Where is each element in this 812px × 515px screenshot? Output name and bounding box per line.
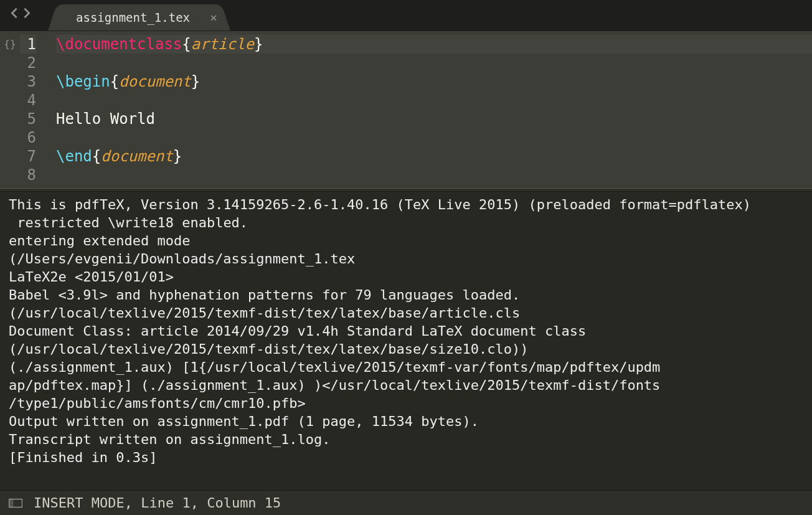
build-output-panel[interactable]: This is pdfTeX, Version 3.14159265-2.6-1… bbox=[0, 192, 812, 490]
code-area[interactable]: \documentclass{article} \begin{document}… bbox=[45, 31, 812, 188]
panel-switch-icon[interactable] bbox=[9, 498, 22, 508]
line-number: 8 bbox=[20, 166, 36, 184]
code-line[interactable]: \begin{document} bbox=[56, 72, 812, 91]
code-line[interactable] bbox=[56, 54, 812, 72]
line-number: 5 bbox=[20, 110, 36, 128]
code-token: } bbox=[173, 148, 182, 165]
line-number: 1 bbox=[20, 35, 36, 54]
code-token: { bbox=[110, 73, 119, 90]
code-token: } bbox=[254, 35, 263, 53]
code-token: { bbox=[92, 148, 101, 165]
editor-wrap: {} 12345678 \documentclass{article} \beg… bbox=[0, 31, 812, 490]
code-line[interactable] bbox=[56, 91, 812, 110]
code-line[interactable] bbox=[56, 166, 812, 184]
line-number-gutter[interactable]: 12345678 bbox=[20, 31, 45, 188]
file-tab-label: assignment_1.tex bbox=[76, 11, 190, 24]
code-line[interactable]: \documentclass{article} bbox=[56, 35, 812, 54]
code-token: } bbox=[191, 73, 200, 90]
code-line[interactable] bbox=[56, 128, 812, 147]
code-token: document bbox=[119, 73, 191, 90]
code-line[interactable]: Hello World bbox=[56, 110, 812, 128]
code-token: \begin bbox=[56, 73, 110, 90]
code-token: article bbox=[191, 35, 254, 53]
code-token: \documentclass bbox=[56, 35, 182, 53]
code-token: Hello World bbox=[56, 110, 155, 128]
line-number: 4 bbox=[20, 91, 36, 110]
close-tab-icon[interactable]: × bbox=[210, 11, 217, 24]
line-number: 2 bbox=[20, 54, 36, 72]
code-token: \end bbox=[56, 148, 92, 165]
code-token: document bbox=[101, 148, 173, 165]
editor-window: assignment_1.tex × {} 12345678 \document… bbox=[0, 0, 812, 515]
status-bar: INSERT MODE, Line 1, Column 15 bbox=[0, 490, 812, 515]
code-token: { bbox=[182, 35, 191, 53]
line-number: 3 bbox=[20, 72, 36, 91]
svg-rect-1 bbox=[9, 499, 14, 507]
nav-back-icon[interactable] bbox=[9, 7, 20, 19]
tab-bar: assignment_1.tex × bbox=[0, 0, 812, 31]
line-number: 7 bbox=[20, 147, 36, 166]
file-tab[interactable]: assignment_1.tex × bbox=[62, 4, 216, 31]
line-number: 6 bbox=[20, 128, 36, 147]
status-text: INSERT MODE, Line 1, Column 15 bbox=[34, 495, 281, 511]
nav-forward-icon[interactable] bbox=[21, 7, 32, 19]
code-line[interactable]: \end{document} bbox=[56, 147, 812, 166]
nav-arrows bbox=[2, 0, 37, 31]
fold-indicator-icon[interactable]: {} bbox=[0, 31, 20, 188]
code-editor[interactable]: {} 12345678 \documentclass{article} \beg… bbox=[0, 31, 812, 188]
